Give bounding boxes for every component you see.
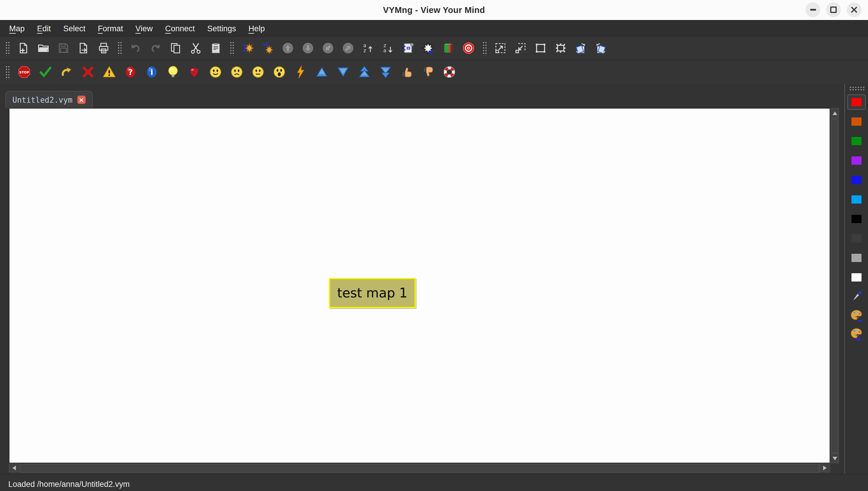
map-canvas[interactable]: test map 1 xyxy=(9,108,830,463)
tab-untitled2[interactable]: Untitled2.vym × xyxy=(5,91,93,108)
scroll-left-button[interactable] xyxy=(9,463,20,472)
copy-button[interactable] xyxy=(167,39,184,57)
smiley-omg-flag-button[interactable] xyxy=(271,63,287,81)
arrow-up-flag-button[interactable] xyxy=(313,63,330,81)
scroll-right-button[interactable] xyxy=(819,463,830,472)
menu-map[interactable]: Map xyxy=(3,21,31,36)
smiley-sad-flag-button[interactable] xyxy=(228,63,245,81)
export-map-button[interactable] xyxy=(75,39,91,57)
horizontal-scrollbar[interactable] xyxy=(9,463,830,473)
move-branch-down-button[interactable] xyxy=(299,39,316,57)
arrow-down-flag-button[interactable] xyxy=(335,63,351,81)
menu-connect[interactable]: Connect xyxy=(159,21,201,36)
scroll-branch-button[interactable] xyxy=(400,39,416,57)
cross-flag-button[interactable] xyxy=(80,63,96,81)
new-map-button[interactable] xyxy=(15,39,31,57)
heart-flag-button[interactable] xyxy=(186,63,202,81)
undo-button[interactable] xyxy=(127,39,143,57)
toolbar-drag-handle[interactable] xyxy=(229,41,234,55)
stopsign-flag-button[interactable]: STOP xyxy=(16,63,32,81)
lifebelt-flag-button[interactable] xyxy=(441,63,458,81)
menu-help[interactable]: Help xyxy=(242,21,271,36)
color-subtree-button[interactable] xyxy=(845,324,868,343)
move-branch-up-button[interactable] xyxy=(279,39,296,57)
paste-icon xyxy=(209,41,222,55)
color-swatch-red[interactable] xyxy=(851,98,862,106)
rotate-clockwise-button[interactable] xyxy=(592,39,609,57)
menu-edit[interactable]: Edit xyxy=(31,21,57,36)
color-swatch-purple[interactable] xyxy=(851,156,862,164)
vertical-scrollbar-thumb[interactable] xyxy=(831,119,838,453)
lamp-flag-button[interactable] xyxy=(165,63,181,81)
color-swatch-blue[interactable] xyxy=(851,176,862,184)
color-swatch-green[interactable] xyxy=(851,137,862,145)
thumb-down-flag-button[interactable] xyxy=(420,63,437,81)
open-map-icon xyxy=(36,41,50,55)
toggle-standard-flags-button[interactable] xyxy=(440,39,456,57)
color-swatch-orange[interactable] xyxy=(851,117,862,125)
minimize-button[interactable] xyxy=(805,2,820,17)
menu-view[interactable]: View xyxy=(129,21,159,36)
restore-button[interactable] xyxy=(826,2,841,17)
move-branch-out-button[interactable] xyxy=(339,39,356,57)
scroll-up-button[interactable] xyxy=(830,108,839,118)
color-swatch-darkgray[interactable] xyxy=(851,234,862,242)
thumb-up-flag-button[interactable] xyxy=(398,63,415,81)
smiley-neutral-flag-button[interactable] xyxy=(250,63,266,81)
add-branch-button[interactable] xyxy=(239,39,256,57)
horizontal-scrollbar-thumb[interactable] xyxy=(20,464,819,473)
hook-flag-button[interactable] xyxy=(58,63,75,81)
menu-select[interactable]: Select xyxy=(57,21,91,36)
color-swatch-lightblue[interactable] xyxy=(851,195,862,203)
map-center-node[interactable]: test map 1 xyxy=(329,278,416,308)
sort-descending-button[interactable]: za xyxy=(380,39,396,57)
toolbar-drag-handle[interactable] xyxy=(5,41,9,55)
toolbar-drag-handle[interactable] xyxy=(5,65,9,79)
ok-flag-button[interactable] xyxy=(37,63,54,81)
question-flag-button[interactable]: ? xyxy=(122,63,139,81)
pick-color-button[interactable] xyxy=(845,287,868,306)
arrow-2down-flag-button[interactable] xyxy=(377,63,394,81)
tab-close-button[interactable]: × xyxy=(77,96,86,104)
heart-flag-icon xyxy=(187,65,201,79)
sort-ascending-button[interactable]: az xyxy=(360,39,376,57)
color-swatch-gray[interactable] xyxy=(851,254,862,262)
print-map-button[interactable] xyxy=(95,39,112,57)
zoom-out-button[interactable] xyxy=(512,39,529,57)
vertical-scrollbar[interactable] xyxy=(830,108,839,463)
rotate-counterclockwise-button[interactable] xyxy=(572,39,589,57)
unscroll-children-button[interactable] xyxy=(420,39,437,57)
open-map-button[interactable] xyxy=(35,39,51,57)
close-button[interactable] xyxy=(847,2,862,17)
color-branch-button[interactable] xyxy=(845,306,868,324)
save-map-button[interactable] xyxy=(55,39,72,57)
zoom-reset-button[interactable] xyxy=(532,39,549,57)
flash-flag-button[interactable] xyxy=(292,63,309,81)
info-flag-button[interactable]: i xyxy=(143,63,160,81)
smiley-good-flag-button[interactable] xyxy=(207,63,224,81)
zoom-in-button[interactable] xyxy=(492,39,508,57)
scroll-down-button[interactable] xyxy=(830,453,839,463)
color-swatch-black[interactable] xyxy=(851,214,862,223)
scrollbar-corner xyxy=(830,463,839,473)
cut-button[interactable] xyxy=(187,39,204,57)
center-on-selection-button[interactable] xyxy=(552,39,569,57)
toolbar-drag-handle[interactable] xyxy=(482,41,486,55)
paste-button[interactable] xyxy=(207,39,224,57)
toggle-target-button[interactable] xyxy=(460,39,477,57)
menu-settings[interactable]: Settings xyxy=(201,21,243,36)
move-branch-in-button[interactable] xyxy=(319,39,336,57)
scroll-branch-icon xyxy=(401,41,415,55)
smiley-good-flag-icon xyxy=(208,65,223,79)
add-branch-before-button[interactable] xyxy=(259,39,276,57)
color-swatch-white[interactable] xyxy=(851,273,862,281)
svg-text:i: i xyxy=(150,68,153,77)
toolbar-drag-handle[interactable] xyxy=(849,86,864,91)
triangle-up-icon xyxy=(832,111,837,115)
redo-button[interactable] xyxy=(147,39,164,57)
arrow-2up-flag-button[interactable] xyxy=(356,63,372,81)
warning-flag-button[interactable] xyxy=(101,63,117,81)
toolbar-drag-handle[interactable] xyxy=(117,41,122,55)
menu-format[interactable]: Format xyxy=(91,21,129,36)
arrow-2down-flag-icon xyxy=(379,65,393,79)
